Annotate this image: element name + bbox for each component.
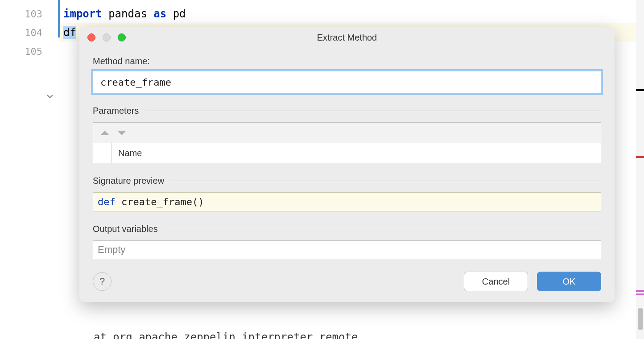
signature-label: Signature preview (93, 176, 170, 186)
close-icon[interactable] (87, 33, 95, 41)
parameters-label: Parameters (93, 106, 145, 116)
output-section-header: Output variables (93, 224, 601, 234)
line-number: 103 (0, 4, 58, 23)
background-text: at org apache zeppelin interpreter remot… (94, 331, 358, 339)
change-marker (58, 0, 60, 37)
code-line-103: import pandas as pd (58, 4, 644, 23)
method-name-label: Method name: (93, 56, 601, 66)
params-checkbox-col (93, 143, 112, 163)
window-controls (79, 33, 126, 41)
code-text: pandas (102, 8, 154, 20)
output-variables-field: Empty (93, 240, 601, 259)
divider (145, 111, 601, 111)
keyword: as (153, 8, 166, 20)
parameters-header-row: Name (93, 143, 601, 163)
parameters-section-header: Parameters (93, 106, 601, 116)
divider (164, 229, 601, 229)
scroll-marker-error (636, 156, 644, 158)
output-label: Output variables (93, 224, 164, 234)
help-button[interactable]: ? (93, 272, 111, 291)
ok-label: OK (563, 277, 576, 287)
ok-button[interactable]: OK (537, 272, 601, 291)
fold-chevron-icon[interactable] (0, 61, 58, 101)
parameters-table: Name (93, 122, 601, 163)
signature-section-header: Signature preview (93, 176, 601, 186)
keyword: import (63, 8, 102, 20)
line-number: 105 (0, 42, 58, 61)
scroll-marker (636, 89, 644, 91)
scroll-marker (636, 290, 644, 292)
extract-method-dialog: Extract Method Method name: Parameters N… (79, 27, 615, 302)
code-text: df (63, 26, 76, 39)
move-up-icon[interactable] (100, 131, 109, 135)
signature-text: create_frame() (116, 196, 204, 207)
scroll-marker (636, 294, 644, 295)
params-name-header: Name (112, 143, 601, 163)
dialog-titlebar[interactable]: Extract Method (79, 27, 615, 48)
parameters-toolbar (93, 123, 601, 143)
help-icon: ? (99, 276, 105, 287)
line-number: 104 (0, 23, 58, 42)
dialog-title: Extract Method (317, 33, 377, 43)
dialog-footer: ? Cancel OK (79, 259, 615, 291)
method-name-input[interactable] (93, 71, 601, 93)
editor-gutter: 103 104 105 (0, 0, 58, 339)
minimize-icon (103, 33, 111, 41)
maximize-icon[interactable] (118, 33, 126, 41)
signature-preview-box: def create_frame() (93, 192, 601, 211)
dialog-body: Method name: Parameters Name Signature p… (79, 48, 615, 259)
output-value: Empty (98, 244, 125, 256)
signature-keyword: def (98, 196, 116, 207)
cancel-label: Cancel (482, 277, 510, 287)
code-text: pd (166, 8, 186, 20)
scrollbar-thumb[interactable] (638, 308, 643, 330)
move-down-icon[interactable] (117, 131, 126, 135)
editor-scrollbar-track[interactable] (636, 0, 644, 339)
cancel-button[interactable]: Cancel (464, 272, 528, 291)
divider (170, 181, 601, 181)
